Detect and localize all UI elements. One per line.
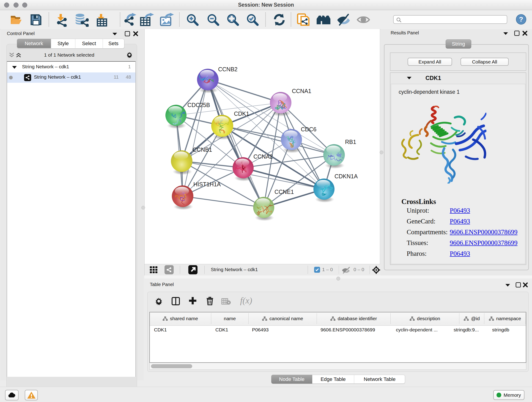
svg-text:CDKN1A: CDKN1A <box>335 173 358 179</box>
svg-text:CCNB2: CCNB2 <box>218 66 238 72</box>
svg-text:CDC6: CDC6 <box>301 126 317 133</box>
svg-text:CDK1: CDK1 <box>234 110 249 117</box>
svg-text:CCNA2: CCNA2 <box>253 153 273 160</box>
svg-text:HIST1H1A: HIST1H1A <box>193 181 221 187</box>
svg-text:CCNE1: CCNE1 <box>274 189 294 195</box>
svg-text:CDC25B: CDC25B <box>187 102 210 108</box>
svg-text:RB1: RB1 <box>345 139 356 145</box>
svg-text:CCNA1: CCNA1 <box>292 88 311 94</box>
svg-text:CCNB1: CCNB1 <box>193 147 212 153</box>
